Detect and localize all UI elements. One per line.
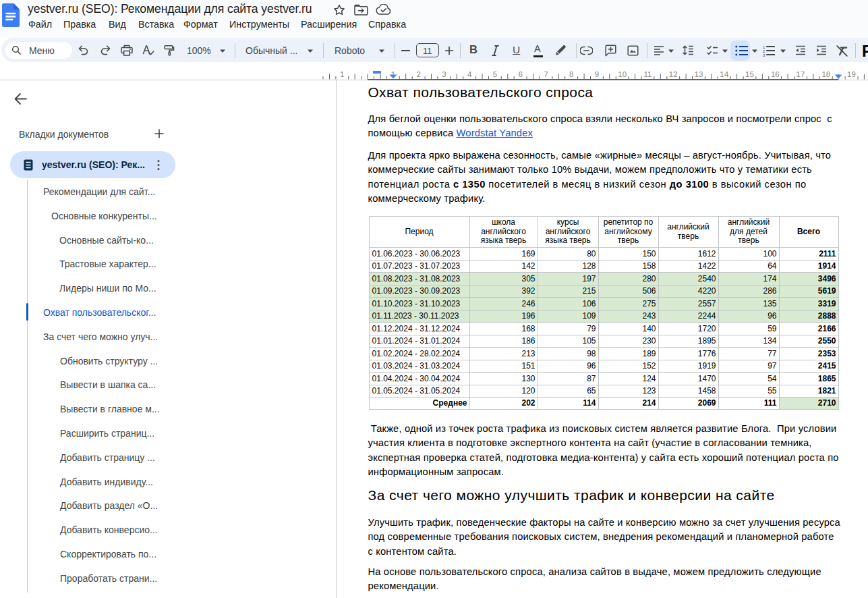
svg-text:4: 4 (467, 70, 472, 78)
svg-text:8: 8 (569, 70, 573, 78)
svg-text:18: 18 (821, 70, 830, 78)
svg-text:5: 5 (493, 70, 497, 78)
svg-text:14: 14 (720, 70, 728, 78)
svg-text:12: 12 (669, 70, 678, 78)
svg-text:17: 17 (797, 70, 805, 78)
svg-text:6: 6 (518, 70, 522, 78)
svg-text:3: 3 (763, 53, 765, 57)
svg-text:11: 11 (644, 70, 652, 78)
svg-text:3: 3 (442, 70, 446, 78)
svg-text:16: 16 (771, 70, 780, 78)
svg-text:13: 13 (695, 70, 703, 78)
svg-text:19: 19 (847, 70, 856, 78)
svg-text:2: 2 (416, 70, 420, 78)
svg-text:9: 9 (595, 70, 599, 78)
svg-text:10: 10 (618, 70, 627, 78)
svg-text:7: 7 (544, 70, 548, 78)
svg-text:1: 1 (340, 70, 344, 78)
svg-text:15: 15 (745, 70, 754, 78)
